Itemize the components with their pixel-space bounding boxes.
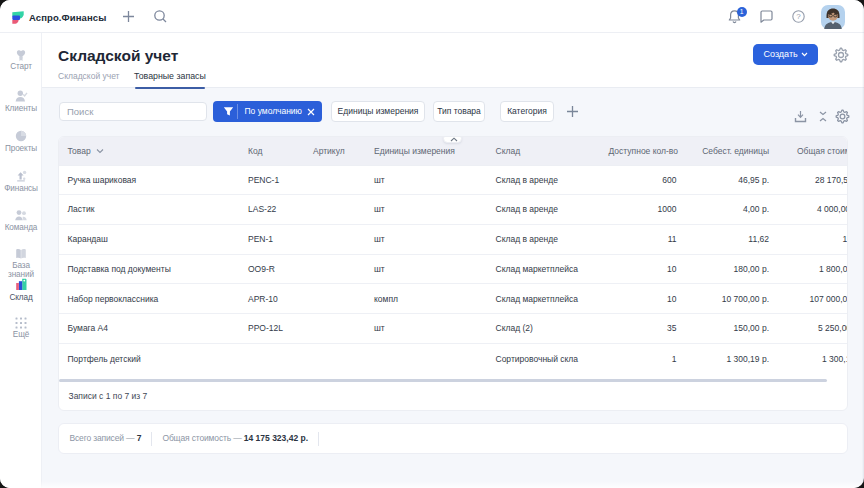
svg-text:?: ? — [796, 12, 801, 21]
